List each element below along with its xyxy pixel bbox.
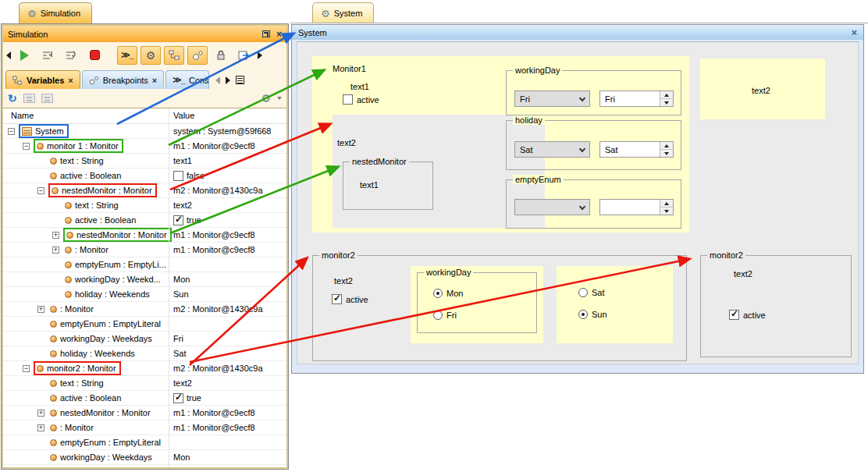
toggle-variables-button[interactable]	[164, 46, 184, 65]
toolbar-overflow-left-icon[interactable]	[6, 51, 11, 59]
expander-icon[interactable]: −	[37, 187, 44, 194]
tree-row[interactable]: active : Boolean✓false	[3, 169, 286, 183]
expand-all-icon[interactable]	[41, 94, 53, 103]
options-caret-icon[interactable]	[277, 97, 282, 100]
radio-mon[interactable]	[433, 289, 443, 298]
tab-console[interactable]: ≫_ Cons	[165, 70, 209, 89]
tab-list-icon[interactable]	[236, 76, 244, 84]
tree-row[interactable]: emptyEnum : EmptyLi...	[3, 257, 286, 272]
toggle-breakpoints-button[interactable]	[187, 46, 208, 65]
tree-row[interactable]: + : Monitorm2 : Monitor@1430c9a	[3, 302, 286, 317]
holiday-spinner[interactable]: Sat	[599, 141, 674, 158]
holiday-combobox[interactable]: Sat	[514, 141, 590, 158]
active-checkbox[interactable]: ✓	[332, 294, 342, 304]
value-cell[interactable]: Fri	[173, 332, 183, 346]
tree-row[interactable]: holiday : WeekendsSat	[3, 346, 286, 361]
value-cell[interactable]: text1	[173, 154, 192, 168]
value-cell[interactable]: m2 : Monitor@1430c9a	[173, 183, 263, 197]
value-cell[interactable]: Sun	[173, 287, 189, 301]
tab-breakpoints[interactable]: Breakpoints ×	[82, 70, 165, 89]
tab-variables[interactable]: Variables ×	[5, 70, 80, 89]
spinner-up-icon[interactable]	[660, 91, 673, 99]
step-into-button[interactable]	[37, 46, 58, 65]
value-cell[interactable]: Sat	[173, 346, 187, 360]
close-icon[interactable]: ×	[68, 76, 73, 85]
tree-row[interactable]: +nestedMonitor : Monitorm1 : Monitor@c9e…	[3, 228, 286, 243]
tree-row[interactable]: text : Stringtext2	[3, 198, 286, 213]
value-checkbox[interactable]: ✓	[173, 171, 183, 181]
value-cell[interactable]: m1 : Monitor@c9ecf8	[173, 243, 255, 257]
tree-row[interactable]: text : Stringtext1	[3, 154, 286, 169]
tree-row[interactable]: + : Monitorm1 : Monitor@c9ecf8	[3, 243, 286, 257]
spinner-down-icon[interactable]	[660, 150, 673, 157]
value-cell[interactable]: ✓false	[173, 169, 205, 183]
value-checkbox[interactable]: ✓	[173, 215, 183, 225]
value-cell[interactable]: m1 : Monitor@c9ecf8	[173, 421, 255, 435]
lock-button[interactable]	[211, 46, 231, 65]
spinner-up-icon[interactable]	[660, 142, 673, 150]
expander-icon[interactable]: +	[37, 306, 44, 313]
radio-sun[interactable]	[578, 310, 588, 319]
value-cell[interactable]: system : System@59f668	[173, 124, 272, 138]
emptyenum-combobox[interactable]	[514, 199, 590, 215]
export-button[interactable]	[234, 46, 254, 65]
tab-scroll-right-icon[interactable]	[226, 76, 230, 84]
radio-sat[interactable]	[578, 288, 588, 297]
value-cell[interactable]: Mon	[173, 450, 190, 464]
tree-row[interactable]: active : Boolean✓true	[3, 213, 286, 228]
tree-row[interactable]: active : Boolean✓true	[3, 391, 286, 406]
close-icon[interactable]: ×	[851, 27, 857, 38]
refresh-icon[interactable]: ↻	[8, 93, 17, 104]
value-cell[interactable]: text2	[173, 198, 192, 212]
toggle-console-button[interactable]: ≫_	[117, 46, 137, 65]
stop-button[interactable]	[84, 46, 105, 65]
tab-scroll-left-icon[interactable]	[215, 76, 220, 84]
value-cell[interactable]: text2	[173, 376, 192, 390]
run-button[interactable]	[14, 46, 34, 65]
column-header-value[interactable]: Value	[173, 111, 194, 120]
active-checkbox[interactable]: ✓	[343, 94, 353, 105]
expander-icon[interactable]: +	[37, 424, 44, 431]
value-cell[interactable]: m1 : Monitor@c9ecf8	[173, 139, 255, 153]
workingday-spinner[interactable]: Fri	[599, 90, 674, 107]
value-cell[interactable]: m2 : Monitor@1430c9a	[173, 302, 263, 316]
tree-row[interactable]: + : Monitorm1 : Monitor@c9ecf8	[3, 421, 286, 435]
value-cell[interactable]: Mon	[173, 272, 190, 286]
spinner-down-icon[interactable]	[660, 208, 673, 215]
tree-row[interactable]: holiday : WeekendsSun	[3, 287, 286, 302]
tree-row[interactable]: workingDay : WeekdaysMon	[3, 450, 286, 465]
expander-icon[interactable]: +	[37, 410, 44, 417]
column-header-name[interactable]: Name	[11, 111, 34, 120]
tree-row[interactable]: workingDay : Weekd...Mon	[3, 272, 286, 287]
tree-row[interactable]: emptyEnum : EmptyLiteral	[3, 317, 286, 332]
tree-row[interactable]: workingDay : WeekdaysFri	[3, 332, 286, 346]
close-icon[interactable]: ×	[152, 76, 157, 85]
float-window-icon[interactable]	[262, 30, 270, 37]
dock-tab-system[interactable]: ⚙ System	[312, 2, 374, 23]
close-icon[interactable]: ×	[276, 30, 282, 39]
expander-icon[interactable]: +	[52, 232, 59, 239]
system-titlebar[interactable]: System ×	[292, 25, 863, 40]
workingday-combobox[interactable]: Fri	[514, 90, 590, 107]
value-cell[interactable]: ✓true	[173, 213, 201, 227]
options-gear-icon[interactable]: ⚙	[261, 93, 271, 104]
simulation-titlebar[interactable]: Simulation ×	[3, 26, 286, 42]
expander-icon[interactable]: +	[52, 247, 59, 254]
tree-row[interactable]: text : Stringtext2	[3, 376, 286, 391]
toolbar-overflow-right-icon[interactable]	[258, 51, 262, 59]
tree-row[interactable]: −nestedMonitor : Monitorm2 : Monitor@143…	[3, 183, 286, 198]
value-cell[interactable]: m2 : Monitor@1430c9a	[173, 361, 263, 375]
tree-row[interactable]: −monitor 1 : Monitorm1 : Monitor@c9ecf8	[3, 139, 286, 154]
value-checkbox[interactable]: ✓	[173, 393, 183, 403]
tree-row[interactable]: emptyEnum : EmptyLiteral	[3, 435, 286, 450]
value-cell[interactable]: ✓true	[173, 391, 201, 405]
expander-icon[interactable]: −	[8, 128, 15, 135]
radio-fri[interactable]	[433, 311, 443, 320]
tree-row[interactable]: +nestedMonitor : Monitorm1 : Monitor@c9e…	[3, 406, 286, 421]
value-cell[interactable]: m1 : Monitor@c9ecf8	[173, 228, 255, 242]
expander-icon[interactable]: −	[23, 365, 30, 372]
spinner-up-icon[interactable]	[660, 200, 673, 208]
dock-tab-simulation[interactable]: ⚙ Simulation	[19, 2, 92, 23]
value-cell[interactable]: m1 : Monitor@c9ecf8	[173, 406, 255, 420]
toggle-simulation-button[interactable]: ⚙	[141, 46, 161, 65]
